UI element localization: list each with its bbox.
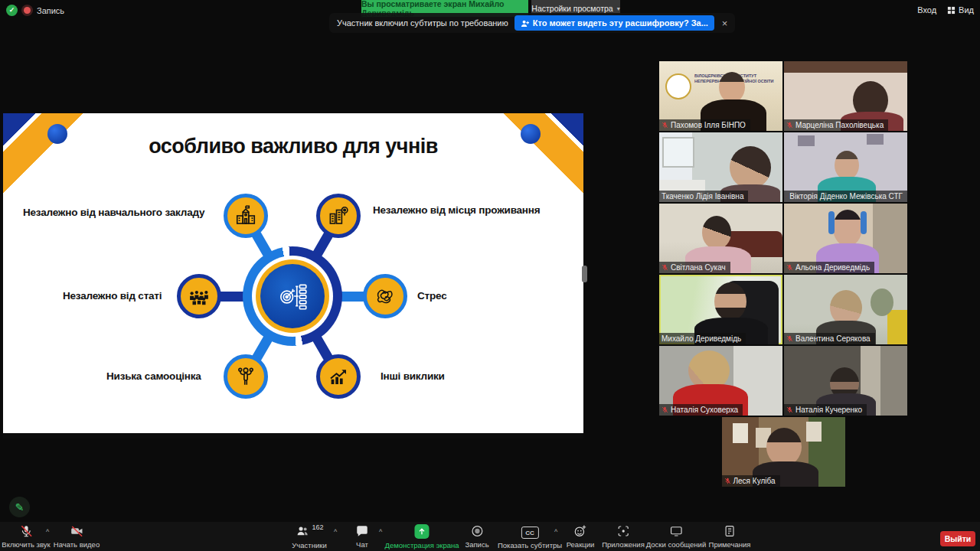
apps-button[interactable]: Приложения — [602, 524, 645, 549]
sign-in-button[interactable]: Вход — [917, 5, 936, 15]
boards-button[interactable]: Доски сообщений — [646, 524, 706, 549]
reactions-button[interactable]: Реакции — [567, 524, 595, 549]
school-icon — [234, 204, 257, 227]
record-button[interactable]: Запись — [465, 524, 488, 549]
pencil-icon: ✎ — [15, 501, 24, 514]
video-tile[interactable]: Наталія Кучеренко — [784, 346, 907, 416]
participant-name: Пахомов Ілля БІНПО — [671, 121, 746, 129]
chat-options-chevron[interactable]: ^ — [379, 528, 382, 536]
video-tile[interactable]: Альона Дериведмідь — [784, 204, 907, 273]
participant-name-bar: Наталія Суховерха — [659, 404, 743, 416]
video-tile[interactable]: Ткаченко Лідія Іванівна — [659, 132, 782, 202]
chat-label: Чат — [356, 540, 368, 549]
video-content — [702, 216, 731, 249]
camera-muted-icon — [70, 524, 84, 538]
target-list-icon — [275, 279, 310, 314]
reactions-label: Реакции — [567, 540, 595, 549]
people-crowd-icon — [188, 285, 211, 308]
notes-label: Примечания — [709, 540, 751, 549]
participant-name-bar: Альона Дериведмідь — [784, 262, 874, 273]
video-content — [766, 428, 802, 466]
participant-name-bar: Марцеліна Пахолівецька — [784, 119, 888, 131]
diagram-node-challenges — [316, 354, 361, 399]
annotate-button[interactable]: ✎ — [9, 497, 30, 517]
view-button[interactable]: Вид — [947, 5, 974, 15]
whiteboard-icon — [669, 524, 684, 538]
recording-label: Запись — [37, 6, 64, 15]
video-content — [835, 151, 859, 180]
captions-settings-label: Кто может видеть эту расшифровку? За... — [533, 18, 708, 28]
chat-button[interactable]: Чат — [355, 524, 369, 549]
leave-button[interactable]: Выйти — [940, 531, 975, 546]
zoom-meeting-window: ✓ Запись Вы просматриваете экран Михайло… — [0, 0, 980, 551]
diagram-hub — [243, 246, 342, 346]
diagram-node-location — [316, 194, 361, 238]
video-content — [665, 73, 691, 99]
chat-bubble-icon — [355, 524, 369, 538]
diagram-label: Незалежно від місця проживання — [373, 204, 540, 216]
video-tile[interactable]: Наталія Суховерха — [659, 346, 782, 416]
video-content — [887, 310, 907, 344]
participant-name-bar: Валентина Серякова — [784, 333, 875, 344]
video-tile[interactable]: БІЛОЦЕРКІВСЬКИЙ ІНСТИТУТ НЕПЕРЕРВНОЇ ПРО… — [659, 61, 782, 131]
video-content — [861, 211, 867, 234]
participant-name-bar: Михайло Дериведмідь — [659, 333, 746, 344]
participants-button[interactable]: 162 Участники — [292, 524, 326, 549]
start-video-button[interactable]: Начать видео — [54, 524, 100, 549]
diagram-label: Низька самооцінка — [106, 370, 201, 382]
diagram-label: Незалежно від навчального закладу — [23, 207, 204, 218]
video-content — [730, 146, 771, 189]
close-icon[interactable]: × — [722, 18, 728, 29]
video-content — [798, 135, 815, 146]
person-plus-icon — [521, 19, 529, 28]
shared-screen-slide: особливо важливо для учнів — [3, 113, 583, 439]
captions-notice: Участник включил субтитры по требованию … — [329, 13, 735, 33]
mute-options-chevron[interactable]: ^ — [46, 528, 49, 536]
captions-button[interactable]: CC Показать субтитры — [498, 524, 562, 549]
muted-mic-icon — [786, 122, 793, 129]
hub-ring — [252, 256, 333, 337]
slide-title: особливо важливо для учнів — [3, 135, 583, 158]
video-tile[interactable]: Вікторія Діденко Межівська СТГ — [784, 132, 907, 202]
muted-mic-icon — [786, 193, 787, 200]
video-content — [733, 423, 748, 443]
mute-label: Включить звук — [2, 540, 50, 549]
video-tile[interactable]: Валентина Серякова — [784, 275, 907, 344]
participant-name-bar: Наталія Кучеренко — [784, 404, 867, 416]
growth-chart-icon — [327, 365, 350, 388]
participant-name: Ткаченко Лідія Іванівна — [662, 192, 743, 201]
mic-muted-icon — [19, 524, 33, 538]
notes-button[interactable]: Примечания — [709, 524, 751, 549]
muted-mic-icon — [786, 264, 793, 271]
captions-notice-text: Участник включил субтитры по требованию — [337, 18, 508, 28]
participant-name: Леся Куліба — [733, 477, 776, 485]
stress-scribble-icon — [374, 285, 397, 308]
participants-options-chevron[interactable]: ^ — [334, 528, 337, 536]
muted-mic-icon — [786, 335, 793, 342]
meeting-status: ✓ Запись — [6, 5, 64, 16]
captions-options-chevron[interactable]: ^ — [554, 528, 557, 536]
share-screen-button[interactable]: Демонстрация экрана — [384, 524, 459, 549]
participant-name-bar: Вікторія Діденко Межівська СТГ — [784, 191, 907, 202]
video-tile[interactable]: Світлана Сукач — [659, 204, 782, 273]
video-tile-active-speaker[interactable]: Михайло Дериведмідь — [659, 275, 782, 344]
mute-button[interactable]: Включить звук — [2, 524, 50, 549]
video-tile[interactable]: Леся Куліба — [722, 417, 845, 487]
participant-name-bar: Світлана Сукач — [659, 262, 730, 273]
share-screen-icon — [414, 524, 429, 539]
diagram-node-stress — [363, 274, 407, 318]
record-icon — [470, 524, 484, 538]
chevron-down-icon: ▾ — [617, 5, 620, 12]
security-shield-icon[interactable]: ✓ — [6, 5, 18, 16]
participant-name: Світлана Сукач — [671, 263, 726, 272]
participant-name: Наталія Кучеренко — [795, 406, 862, 414]
diagram-label: Інші виклики — [381, 370, 445, 382]
scrollbar-thumb[interactable] — [582, 266, 587, 282]
grid-view-icon — [947, 6, 956, 15]
captions-settings-button[interactable]: Кто может видеть эту расшифровку? За... — [514, 15, 714, 31]
participants-label: Участники — [292, 541, 326, 549]
top-right-controls: Вход Вид — [917, 5, 974, 15]
diagram-label: Незалежно від статі — [63, 290, 162, 302]
video-tile[interactable]: Марцеліна Пахолівецька — [784, 61, 907, 131]
participant-name-bar: Леся Куліба — [722, 475, 780, 487]
